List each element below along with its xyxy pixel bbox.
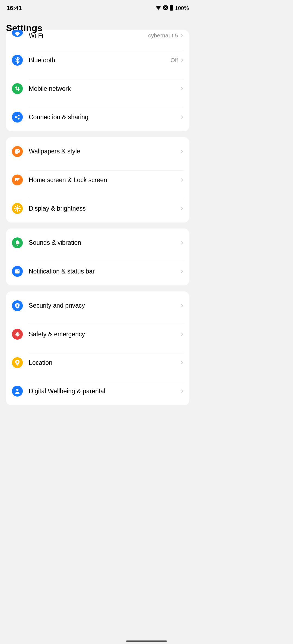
status-icons: 100%: [155, 5, 189, 12]
status-time: 16:41: [7, 5, 22, 12]
svg-point-31: [16, 389, 18, 391]
battery-icon: [170, 5, 173, 12]
chevron-right-icon: [180, 34, 184, 37]
svg-line-17: [15, 206, 16, 207]
settings-row-security[interactable]: Security and privacy: [6, 291, 189, 320]
svg-line-20: [19, 206, 20, 207]
settings-row-sounds[interactable]: Sounds & vibration: [6, 228, 189, 257]
settings-row-notifications[interactable]: Notification & status bar: [6, 257, 189, 285]
status-bar: 16:41 100%: [0, 0, 195, 15]
settings-group-display: Wallpapers & style Home screen & Lock sc…: [6, 137, 189, 223]
svg-rect-2: [170, 5, 173, 11]
row-label: Security and privacy: [29, 302, 180, 309]
settings-row-connection-sharing[interactable]: Connection & sharing: [6, 103, 189, 131]
data-off-icon: [163, 5, 168, 11]
security-icon: [12, 300, 23, 311]
row-label: Sounds & vibration: [29, 239, 180, 246]
row-label: Display & brightness: [29, 205, 180, 212]
svg-point-24: [18, 270, 19, 271]
safety-icon: [12, 329, 23, 340]
settings-group-security: Security and privacy Safety & emergency …: [6, 291, 189, 405]
svg-point-30: [17, 361, 18, 363]
chevron-right-icon: [180, 241, 184, 245]
settings-row-home-lock[interactable]: Home screen & Lock screen: [6, 166, 189, 194]
notification-icon: [12, 266, 23, 277]
chevron-right-icon: [180, 178, 184, 182]
svg-line-19: [15, 210, 16, 211]
settings-content: Wi-Fi cybernaut 5 Bluetooth Off Mobile n…: [0, 30, 195, 405]
brightness-icon: [12, 203, 23, 214]
svg-rect-25: [17, 305, 18, 307]
row-label: Wallpapers & style: [29, 148, 180, 155]
settings-row-mobile-network[interactable]: Mobile network: [6, 74, 189, 103]
home-screen-icon: [12, 175, 23, 185]
chevron-right-icon: [180, 361, 184, 365]
wifi-status-icon: [155, 5, 161, 11]
chevron-right-icon: [180, 207, 184, 210]
svg-line-18: [19, 210, 20, 211]
row-label: Notification & status bar: [29, 268, 180, 275]
row-value: cybernaut 5: [148, 32, 178, 39]
bluetooth-icon: [12, 55, 23, 66]
row-label: Connection & sharing: [29, 114, 180, 121]
svg-point-3: [17, 35, 18, 36]
settings-row-display[interactable]: Display & brightness: [6, 194, 189, 223]
sounds-icon: [12, 237, 23, 248]
row-label: Wi-Fi: [29, 32, 148, 39]
chevron-right-icon: [180, 115, 184, 119]
chevron-right-icon: [180, 304, 184, 308]
chevron-right-icon: [180, 150, 184, 153]
connection-sharing-icon: [12, 112, 23, 123]
row-label: Digital Wellbeing & parental: [29, 388, 180, 395]
chevron-right-icon: [180, 389, 184, 393]
row-value: Off: [170, 57, 178, 63]
svg-point-11: [18, 179, 19, 179]
settings-row-safety[interactable]: Safety & emergency: [6, 320, 189, 348]
wifi-icon: [12, 30, 23, 37]
settings-group-connectivity: Wi-Fi cybernaut 5 Bluetooth Off Mobile n…: [6, 30, 189, 131]
chevron-right-icon: [180, 58, 184, 62]
battery-percentage: 100%: [175, 5, 189, 11]
chevron-right-icon: [180, 332, 184, 336]
chevron-right-icon: [180, 87, 184, 91]
palette-icon: [12, 146, 23, 157]
settings-row-wallpapers[interactable]: Wallpapers & style: [6, 137, 189, 166]
row-label: Bluetooth: [29, 57, 170, 64]
chevron-right-icon: [180, 269, 184, 273]
location-icon: [12, 357, 23, 368]
svg-point-8: [17, 150, 18, 150]
settings-row-location[interactable]: Location: [6, 348, 189, 377]
row-label: Home screen & Lock screen: [29, 176, 180, 184]
settings-row-bluetooth[interactable]: Bluetooth Off: [6, 46, 189, 74]
settings-row-wellbeing[interactable]: Digital Wellbeing & parental: [6, 377, 189, 405]
wellbeing-icon: [12, 386, 23, 397]
mobile-network-icon: [12, 83, 23, 94]
svg-point-12: [16, 207, 19, 210]
row-label: Mobile network: [29, 85, 180, 92]
svg-point-9: [18, 150, 19, 151]
settings-row-wifi[interactable]: Wi-Fi cybernaut 5: [6, 30, 189, 46]
svg-point-7: [16, 150, 17, 151]
row-label: Location: [29, 359, 180, 366]
settings-group-sound: Sounds & vibration Notification & status…: [6, 228, 189, 285]
row-label: Safety & emergency: [29, 331, 180, 338]
